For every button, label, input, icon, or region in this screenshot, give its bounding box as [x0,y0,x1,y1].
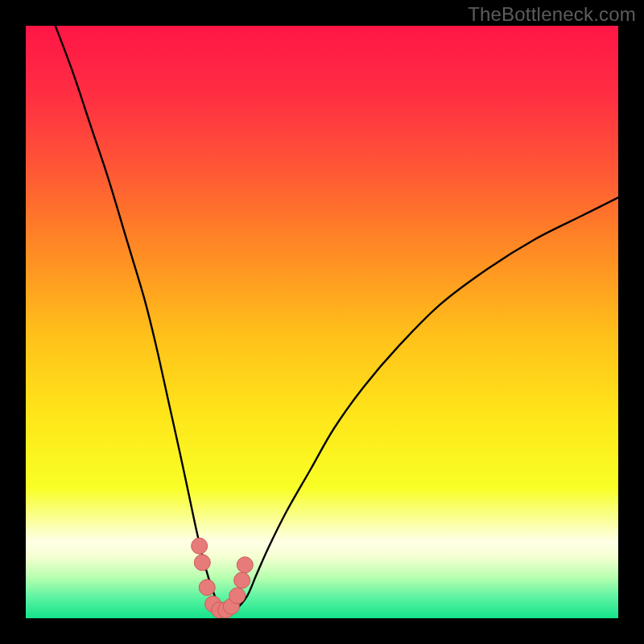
highlight-marker [229,588,246,604]
chart-frame: TheBottleneck.com [0,0,644,644]
highlight-marker [199,580,215,596]
highlight-markers [192,538,254,617]
watermark-text: TheBottleneck.com [468,3,636,26]
highlight-marker [194,555,210,571]
bottleneck-curve [56,26,618,612]
highlight-marker [192,538,208,554]
curve-layer [26,26,618,618]
plot-area [26,26,618,618]
highlight-marker [234,572,250,588]
highlight-marker [237,557,253,573]
